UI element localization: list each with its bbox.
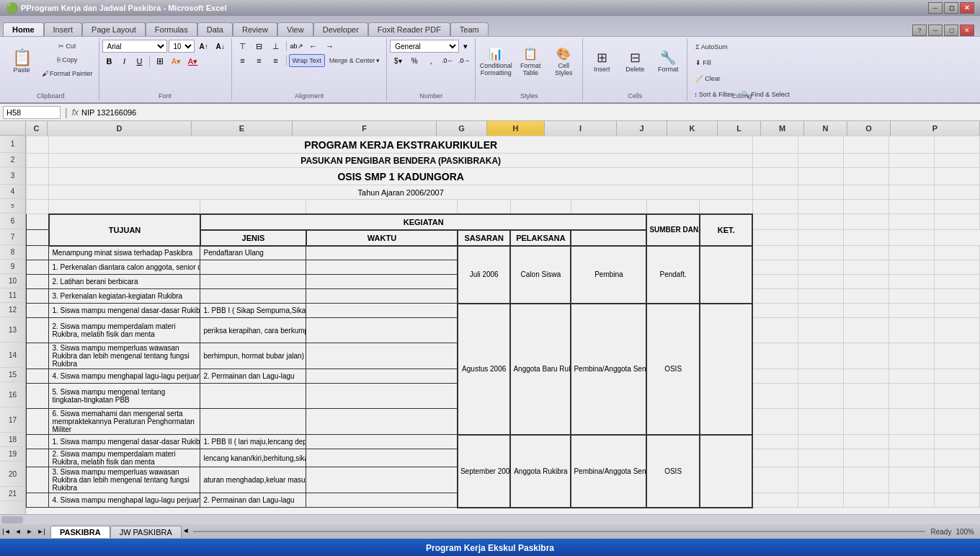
cell-o7[interactable]: [843, 230, 888, 246]
decrease-decimal-button[interactable]: .0←: [440, 54, 455, 67]
cell-f12[interactable]: [306, 304, 458, 318]
cell-k5[interactable]: [700, 200, 753, 214]
cell-f21[interactable]: [306, 493, 458, 508]
cell-n11[interactable]: [843, 289, 888, 304]
cell-d11[interactable]: 3. Perkenalan kegiatan-kegiatan Rukibra: [49, 289, 200, 304]
cell-e7[interactable]: JENIS: [200, 230, 306, 246]
borders-button[interactable]: ⊞: [152, 55, 168, 68]
paste-button[interactable]: 📋 Paste: [6, 40, 37, 83]
cell-c3[interactable]: [27, 168, 49, 185]
cell-c12[interactable]: [27, 304, 49, 318]
cell-f15[interactable]: [306, 369, 458, 384]
cell-m2[interactable]: [798, 154, 843, 168]
percent-button[interactable]: %: [406, 54, 422, 67]
copy-button[interactable]: ⎘ Copy: [39, 53, 96, 66]
cell-f11[interactable]: [306, 289, 458, 304]
row-header-3[interactable]: 3: [0, 167, 25, 185]
cell-m11[interactable]: [798, 289, 843, 304]
cell-g7[interactable]: SASARAN: [458, 230, 510, 246]
cell-p19[interactable]: [934, 449, 979, 467]
cell-n14[interactable]: [843, 343, 888, 369]
cell-d14[interactable]: 3. Siswa mampu memperluas wawasan Rukibr…: [49, 343, 200, 369]
cell-p17[interactable]: [934, 409, 979, 435]
cell-m21[interactable]: [798, 493, 843, 508]
font-size-select[interactable]: 10: [169, 40, 195, 53]
cell-n10[interactable]: [843, 275, 888, 289]
scrollbar-horizontal[interactable]: [0, 514, 980, 524]
cell-m19[interactable]: [798, 449, 843, 467]
cell-k6[interactable]: KET.: [700, 214, 753, 246]
cell-e10[interactable]: [200, 275, 306, 289]
cell-l20[interactable]: [752, 467, 798, 493]
cell-e13[interactable]: periksa kerapihan, cara berkumpul dan: [200, 318, 306, 343]
sheet-nav-next[interactable]: ►: [24, 525, 35, 538]
cell-n5[interactable]: [843, 200, 888, 214]
cell-p12[interactable]: [934, 304, 979, 318]
wrap-text-button[interactable]: Wrap Text: [289, 54, 325, 67]
cell-p18[interactable]: [934, 435, 979, 449]
cell-n16[interactable]: [843, 384, 888, 409]
cell-l19[interactable]: [752, 449, 798, 467]
font-name-select[interactable]: Arial: [102, 40, 167, 53]
col-header-j[interactable]: J: [617, 121, 667, 136]
cell-p15[interactable]: [934, 369, 979, 384]
col-header-n[interactable]: N: [804, 121, 847, 136]
cell-e15[interactable]: 2. Permainan dan Lagu-lagu: [200, 369, 306, 384]
ribbon-minimize-button[interactable]: ─: [928, 25, 943, 36]
row-header-8[interactable]: 8: [0, 245, 25, 260]
cell-c10[interactable]: [27, 275, 49, 289]
restore-button[interactable]: ◻: [944, 2, 958, 14]
cell-d20[interactable]: 3. Siswa mampu memperluas wawasan Rukibr…: [49, 467, 200, 493]
cell-p5[interactable]: [934, 200, 979, 214]
tab-formulas[interactable]: Formulas: [146, 22, 197, 36]
cell-c19[interactable]: [27, 449, 49, 467]
cell-h18[interactable]: Anggota Rukibra: [510, 435, 571, 508]
cell-l6[interactable]: [752, 214, 798, 230]
cell-c8[interactable]: [27, 246, 49, 260]
cell-f9[interactable]: [306, 260, 458, 275]
sheet-nav-last[interactable]: ►|: [36, 525, 46, 538]
cell-c21[interactable]: [27, 493, 49, 508]
row-header-21[interactable]: 21: [0, 487, 25, 501]
cell-e14[interactable]: berhimpun, hormat bubar jalan): [200, 343, 306, 369]
cell-d6[interactable]: TUJUAN: [49, 214, 200, 246]
number-format-arrow[interactable]: ▾: [460, 40, 471, 53]
align-bottom-button[interactable]: ⊥: [268, 40, 284, 53]
col-header-k[interactable]: K: [667, 121, 718, 136]
row-header-6[interactable]: 6: [0, 213, 25, 229]
cell-p2[interactable]: [934, 154, 979, 168]
cell-e18[interactable]: 1. PBB II ( lari maju,lencang depan,sete…: [200, 435, 306, 449]
col-header-f[interactable]: F: [293, 121, 437, 136]
cell-c9[interactable]: [27, 260, 49, 275]
cell-f10[interactable]: [306, 275, 458, 289]
text-orient-button[interactable]: ab↗: [289, 40, 305, 53]
cell-m8[interactable]: [798, 246, 843, 260]
cell-l9[interactable]: [752, 260, 798, 275]
cell-l18[interactable]: [752, 435, 798, 449]
cell-e6[interactable]: KEGIATAN: [200, 214, 646, 230]
col-header-p[interactable]: P: [891, 121, 980, 136]
cell-n13[interactable]: [843, 318, 888, 343]
cell-c20[interactable]: [27, 467, 49, 493]
cell-f16[interactable]: [306, 384, 458, 409]
col-header-e[interactable]: E: [192, 121, 293, 136]
cell-l13[interactable]: [752, 318, 798, 343]
tab-foxit[interactable]: Foxit Reader PDF: [368, 22, 450, 36]
cell-l1[interactable]: [752, 136, 798, 154]
cell-o16[interactable]: [888, 384, 934, 409]
cell-d17[interactable]: 6. Siswa memahami dan mengenal serta mem…: [49, 409, 200, 435]
sheet-tab-paskibra[interactable]: PASKIBRA: [50, 526, 110, 538]
cell-l12[interactable]: [752, 304, 798, 318]
cell-p4[interactable]: [934, 185, 979, 200]
cell-o19[interactable]: [888, 449, 934, 467]
italic-button[interactable]: I: [117, 54, 132, 69]
row-header-1[interactable]: 1: [0, 136, 25, 153]
cell-c14[interactable]: [27, 343, 49, 369]
cell-o17[interactable]: [888, 409, 934, 435]
cell-n20[interactable]: [843, 467, 888, 493]
format-button[interactable]: 🔧 Format: [652, 40, 684, 83]
sheet-nav-prev[interactable]: ◄: [13, 525, 23, 538]
cell-i18[interactable]: Pembina/Anggota Senior: [571, 435, 646, 508]
cell-n2[interactable]: [843, 154, 888, 168]
cell-g5[interactable]: [458, 200, 510, 214]
